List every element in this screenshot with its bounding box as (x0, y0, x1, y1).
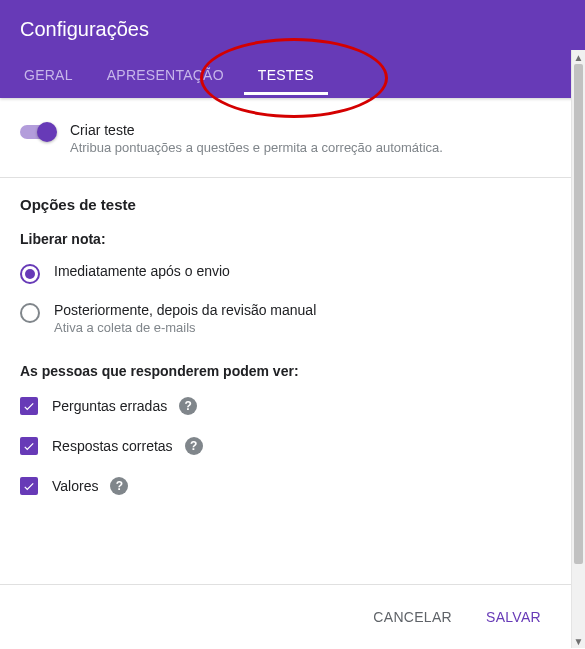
scrollbar[interactable]: ▲ ▼ (571, 50, 585, 648)
help-icon[interactable]: ? (185, 437, 203, 455)
respondent-see-label: As pessoas que responderem podem ver: (20, 363, 551, 379)
radio-later[interactable] (20, 303, 40, 323)
dialog-footer: CANCELAR SALVAR (0, 584, 571, 649)
create-test-sub: Atribua pontuações a questões e permita … (70, 140, 443, 155)
checkbox-correct-answers[interactable] (20, 437, 38, 455)
radio-later-label: Posteriormente, depois da revisão manual (54, 302, 316, 318)
tab-tests[interactable]: TESTES (254, 55, 318, 95)
create-test-row: Criar teste Atribua pontuações a questõe… (20, 122, 551, 155)
see-values-row[interactable]: Valores ? (20, 477, 551, 495)
check-icon (22, 399, 36, 413)
see-values-label: Valores (52, 478, 98, 494)
check-icon (22, 479, 36, 493)
help-icon[interactable]: ? (110, 477, 128, 495)
checkbox-point-values[interactable] (20, 477, 38, 495)
checkbox-wrong-questions[interactable] (20, 397, 38, 415)
dialog-body: Criar teste Atribua pontuações a questõe… (0, 98, 571, 527)
see-wrong-row[interactable]: Perguntas erradas ? (20, 397, 551, 415)
dialog-header: Configurações GERAL APRESENTAÇÃO TESTES (0, 0, 585, 98)
radio-immediate[interactable] (20, 264, 40, 284)
cancel-button[interactable]: CANCELAR (363, 601, 462, 633)
save-button[interactable]: SALVAR (476, 601, 551, 633)
radio-later-sub: Ativa a coleta de e-mails (54, 320, 316, 335)
scroll-up-icon[interactable]: ▲ (572, 50, 585, 64)
radio-immediate-label: Imediatamente após o envio (54, 263, 230, 279)
release-later-row[interactable]: Posteriormente, depois da revisão manual… (20, 302, 551, 335)
see-correct-row[interactable]: Respostas corretas ? (20, 437, 551, 455)
options-title: Opções de teste (20, 196, 551, 213)
tabs-bar: GERAL APRESENTAÇÃO TESTES (0, 55, 585, 95)
check-icon (22, 439, 36, 453)
dialog-title: Configurações (0, 18, 585, 55)
see-correct-label: Respostas corretas (52, 438, 173, 454)
create-test-label: Criar teste (70, 122, 443, 138)
help-icon[interactable]: ? (179, 397, 197, 415)
scroll-down-icon[interactable]: ▼ (572, 634, 585, 648)
create-test-toggle[interactable] (20, 125, 54, 139)
release-immediate-row[interactable]: Imediatamente após o envio (20, 263, 551, 284)
divider (0, 177, 571, 178)
see-wrong-label: Perguntas erradas (52, 398, 167, 414)
tab-general[interactable]: GERAL (20, 55, 77, 95)
tab-presentation[interactable]: APRESENTAÇÃO (103, 55, 228, 95)
scrollbar-thumb[interactable] (574, 64, 583, 564)
create-test-text: Criar teste Atribua pontuações a questõe… (70, 122, 443, 155)
release-grade-label: Liberar nota: (20, 231, 551, 247)
